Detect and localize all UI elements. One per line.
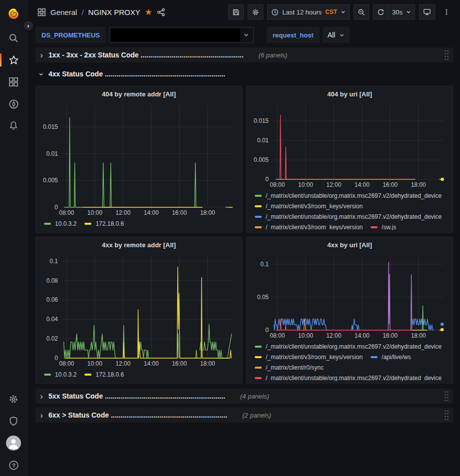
legend-item[interactable]: 10.0.3.2 — [44, 218, 76, 229]
row-6xx-status-code[interactable]: › 6xx > Status Code ....................… — [35, 408, 453, 423]
breadcrumb-section[interactable]: General — [50, 8, 77, 16]
chart-canvas[interactable]: 00.020.040.060.080.108:0010:0012:0014:00… — [39, 252, 239, 368]
legend-item[interactable]: /_matrix/client/unstable/org.matrix.msc2… — [255, 373, 442, 381]
legend-swatch-icon — [255, 216, 262, 218]
sidebar-expand-button[interactable]: › — [22, 19, 34, 32]
sidebar-item-alerting[interactable] — [0, 115, 27, 137]
svg-text:12:00: 12:00 — [326, 332, 341, 339]
row-drag-handle-icon[interactable] — [444, 410, 449, 421]
legend-item[interactable]: /_matrix/client/v3/room_keys/version — [255, 222, 363, 230]
svg-text:0.02: 0.02 — [46, 335, 58, 342]
legend-swatch-icon — [255, 195, 262, 197]
legend-label: /_matrix/client/r0/sync — [266, 364, 324, 371]
zoom-out-time-button[interactable] — [354, 4, 369, 19]
tv-mode-button[interactable] — [419, 4, 435, 19]
datasource-variable-label[interactable]: DS_PROMETHEUS — [35, 27, 106, 43]
legend-label: /_matrix/client/unstable/org.matrix.msc2… — [266, 213, 442, 220]
chevron-down-icon — [339, 32, 345, 38]
legend-label: /_matrix/client/v3/room_keys/version — [266, 224, 363, 231]
sidebar-item-help[interactable]: ? — [0, 454, 27, 476]
row-drag-handle-icon[interactable] — [444, 49, 449, 60]
legend-item[interactable]: /_matrix/client/v3/room_keys/version — [255, 352, 363, 362]
dashboard-variables-row: DS_PROMETHEUS request_host All — [27, 24, 460, 46]
legend-swatch-icon — [255, 346, 262, 348]
save-dashboard-button[interactable] — [228, 4, 244, 19]
legend-item[interactable]: /_matrix/client/unstable/org.matrix.msc2… — [255, 211, 442, 222]
svg-text:0.08: 0.08 — [46, 277, 58, 284]
svg-text:18:00: 18:00 — [411, 181, 426, 188]
request-host-variable-select[interactable]: All — [323, 27, 350, 43]
panel-title[interactable]: 404 by uri [All] — [250, 86, 450, 101]
legend-label: /sw.js — [382, 224, 396, 231]
svg-text:16:00: 16:00 — [383, 332, 398, 339]
share-icon[interactable] — [157, 8, 165, 16]
legend-item[interactable]: 172.18.0.6 — [84, 218, 124, 229]
grafana-flame-icon — [7, 7, 20, 20]
refresh-group: 30s — [373, 4, 415, 19]
svg-text:18:00: 18:00 — [411, 332, 426, 339]
chart-canvas[interactable]: 00.0050.010.01508:0010:0012:0014:0016:00… — [39, 101, 239, 217]
chevron-right-icon: › — [38, 411, 44, 420]
svg-text:0.1: 0.1 — [49, 258, 58, 265]
chevron-right-icon: › — [38, 51, 44, 59]
chart-canvas[interactable]: 00.050.108:0010:0012:0014:0016:0018:00 — [250, 252, 450, 340]
dashboard-title[interactable]: NGINX PROXY — [88, 8, 140, 16]
timeseries-chart[interactable]: 00.050.108:0010:0012:0014:0016:0018:00 — [250, 252, 450, 340]
top-navbar: General / NGINX PROXY ★ — [27, 0, 460, 24]
row-title: 4xx Status Code ........................… — [48, 70, 225, 78]
timeseries-chart[interactable]: 00.020.040.060.080.108:0010:0012:0014:00… — [39, 252, 239, 368]
sidebar-item-profile[interactable] — [0, 432, 27, 454]
legend-swatch-icon — [44, 223, 51, 225]
row-drag-handle-icon[interactable] — [444, 391, 449, 402]
row-4xx-status-code[interactable]: › 4xx Status Code ......................… — [35, 66, 453, 81]
refresh-interval-dropdown[interactable]: 30s — [388, 4, 415, 19]
request-host-variable-value: All — [328, 31, 336, 39]
row-1xx-3xx-2xx-status-code[interactable]: › 1xx - 3xx - 2xx Status Code ..........… — [35, 47, 453, 62]
panel-title[interactable]: 404 by remote addr [All] — [39, 86, 239, 101]
svg-text:0.015: 0.015 — [254, 117, 269, 124]
legend-item[interactable]: 172.18.0.6 — [84, 369, 124, 380]
timeseries-chart[interactable]: 00.0050.010.01508:0010:0012:0014:0016:00… — [39, 101, 239, 217]
legend-item[interactable]: 10.0.3.2 — [44, 369, 76, 380]
legend-label: 10.0.3.2 — [55, 371, 76, 378]
sidebar-item-explore[interactable] — [0, 93, 27, 115]
chart-canvas[interactable]: 00.0050.010.01508:0010:0012:0014:0016:00… — [250, 101, 450, 189]
timeseries-chart[interactable]: 00.0050.010.01508:0010:0012:0014:0016:00… — [250, 101, 450, 189]
legend-item[interactable]: /_matrix/client/unstable/org.matrix.msc2… — [255, 341, 442, 352]
svg-text:08:00: 08:00 — [270, 332, 285, 339]
clock-icon — [271, 8, 279, 16]
svg-text:0.06: 0.06 — [46, 296, 58, 303]
sidebar-item-dashboards[interactable] — [0, 71, 27, 93]
breadcrumb-separator: / — [81, 8, 83, 16]
legend-item[interactable]: /_matrix/client/v3/room_keys/version — [255, 201, 363, 211]
refresh-interval-value: 30s — [392, 8, 403, 16]
favorite-star-icon[interactable]: ★ — [145, 8, 152, 16]
save-icon — [232, 8, 240, 16]
sidebar-item-configuration[interactable] — [0, 388, 27, 410]
legend-item[interactable]: /sw.js — [371, 222, 396, 230]
chevron-right-icon: › — [38, 392, 44, 401]
panel-title[interactable]: 4xx by remote addr [All] — [39, 237, 239, 252]
chevron-down-icon — [406, 9, 411, 14]
row-5xx-status-code[interactable]: › 5xx Status Code ......................… — [35, 389, 453, 404]
legend-item[interactable]: /_matrix/client/unstable/org.matrix.msc2… — [255, 190, 442, 201]
panel-404-by-uri: 404 by uri [All] 00.0050.010.01508:0010:… — [246, 86, 453, 233]
sidebar-item-server-admin[interactable] — [0, 410, 27, 432]
apps-grid-icon — [37, 8, 46, 16]
datasource-variable-select[interactable] — [109, 27, 254, 43]
legend-label: /_matrix/client/unstable/org.matrix.msc2… — [266, 375, 442, 382]
dashboard-settings-button[interactable] — [248, 4, 263, 19]
bell-icon — [8, 121, 18, 131]
legend-item[interactable]: /api/live/ws — [371, 352, 411, 362]
refresh-button[interactable] — [373, 4, 388, 19]
panel-title[interactable]: 4xx by uri [All] — [250, 237, 450, 252]
panel-legend: /_matrix/client/unstable/org.matrix.msc2… — [250, 340, 450, 381]
panel-4xx-by-remote-addr: 4xx by remote addr [All] 00.020.040.060.… — [35, 237, 242, 384]
time-range-picker[interactable]: Last 12 hours CST — [267, 4, 350, 19]
request-host-variable-label[interactable]: request_host — [267, 27, 320, 43]
more-options-button[interactable] — [439, 4, 454, 19]
sidebar-item-starred[interactable] — [0, 49, 27, 71]
legend-item[interactable]: /_matrix/client/r0/sync — [255, 362, 324, 373]
sidebar-item-search[interactable] — [0, 27, 27, 49]
legend-label: /_matrix/client/v3/room_keys/version — [266, 354, 363, 361]
